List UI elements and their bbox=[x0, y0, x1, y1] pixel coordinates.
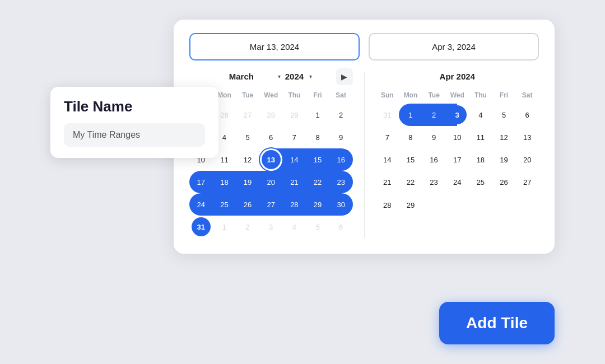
table-row[interactable]: 27 bbox=[515, 171, 539, 193]
table-row[interactable]: 14 bbox=[283, 148, 306, 171]
table-row[interactable]: 28 bbox=[283, 193, 306, 216]
table-row[interactable]: 12 bbox=[492, 126, 516, 148]
april-weekday-sun: Sun bbox=[376, 89, 399, 104]
table-row[interactable]: 20 bbox=[515, 148, 539, 171]
table-row[interactable]: 16 bbox=[422, 148, 446, 171]
year-select-wrapper[interactable]: 2022202320242025 ▾ bbox=[285, 72, 313, 81]
table-row[interactable]: 25 bbox=[469, 171, 492, 193]
tile-name-title: Tile Name bbox=[64, 98, 205, 115]
april-weekday-sat: Sat bbox=[515, 89, 539, 104]
table-row[interactable]: 21 bbox=[283, 171, 306, 193]
march-weekday-tue: Tue bbox=[236, 89, 259, 104]
april-weekday-fri: Fri bbox=[492, 89, 516, 104]
table-row[interactable]: 26 bbox=[236, 193, 259, 216]
table-row[interactable]: 24 bbox=[189, 193, 213, 216]
table-row[interactable]: 13 bbox=[515, 126, 539, 148]
year-select[interactable]: 2022202320242025 bbox=[285, 72, 313, 81]
table-row[interactable]: 17 bbox=[189, 171, 213, 193]
table-row[interactable]: 11 bbox=[469, 126, 492, 148]
table-row[interactable]: 27 bbox=[259, 193, 283, 216]
table-row[interactable]: 1 bbox=[306, 104, 329, 126]
end-date-input[interactable] bbox=[369, 33, 539, 60]
table-row[interactable]: 9 bbox=[422, 126, 446, 148]
april-weekday-thu: Thu bbox=[469, 89, 492, 104]
table-row[interactable]: 8 bbox=[399, 126, 422, 148]
table-row[interactable]: 7 bbox=[283, 126, 306, 148]
table-row[interactable]: 18 bbox=[469, 148, 492, 171]
table-row[interactable] bbox=[422, 193, 446, 217]
table-row[interactable]: 12 bbox=[236, 148, 259, 171]
table-row[interactable]: 25 bbox=[213, 193, 236, 216]
table-row[interactable]: 1 bbox=[213, 216, 236, 238]
table-row[interactable]: 14 bbox=[376, 148, 399, 171]
table-row[interactable]: 22 bbox=[306, 171, 329, 193]
table-row[interactable]: 2 bbox=[422, 104, 446, 126]
table-row[interactable]: 21 bbox=[376, 171, 399, 193]
add-tile-button[interactable]: Add Tile bbox=[439, 302, 555, 344]
table-row[interactable]: 10 bbox=[445, 126, 469, 148]
table-row[interactable]: 6 bbox=[329, 216, 353, 238]
table-row[interactable] bbox=[445, 193, 469, 217]
april-weekday-mon: Mon bbox=[399, 89, 422, 104]
next-month-button[interactable]: ▶ bbox=[336, 68, 353, 85]
table-row[interactable]: 4 bbox=[469, 104, 492, 126]
table-row[interactable]: 17 bbox=[445, 148, 469, 171]
table-row[interactable]: 29 bbox=[283, 104, 306, 126]
calendars-row: JanuaryFebruaryMarchApril MayJuneJulyAug… bbox=[189, 72, 539, 238]
table-row[interactable]: 1 bbox=[399, 104, 422, 126]
tile-name-card: Tile Name bbox=[50, 87, 218, 158]
table-row[interactable]: 31 bbox=[376, 104, 399, 126]
date-inputs-row bbox=[189, 33, 539, 60]
march-weekday-sat: Sat bbox=[329, 89, 353, 104]
table-row[interactable]: 5 bbox=[492, 104, 516, 126]
table-row[interactable]: 20 bbox=[259, 171, 283, 193]
table-row[interactable]: 15 bbox=[306, 148, 329, 171]
table-row[interactable]: 29 bbox=[306, 193, 329, 216]
month-select[interactable]: JanuaryFebruaryMarchApril MayJuneJulyAug… bbox=[229, 72, 282, 81]
march-weekday-fri: Fri bbox=[306, 89, 329, 104]
table-row[interactable] bbox=[492, 193, 516, 217]
calendar-panel: JanuaryFebruaryMarchApril MayJuneJulyAug… bbox=[174, 20, 555, 254]
table-row[interactable]: 22 bbox=[399, 171, 422, 193]
table-row[interactable]: 16 bbox=[329, 148, 353, 171]
table-row[interactable]: 19 bbox=[492, 148, 516, 171]
table-row[interactable]: 2 bbox=[329, 104, 353, 126]
table-row[interactable]: 23 bbox=[329, 171, 353, 193]
table-row[interactable]: 9 bbox=[329, 126, 353, 148]
table-row[interactable] bbox=[469, 193, 492, 217]
table-row[interactable]: 26 bbox=[492, 171, 516, 193]
start-date-input[interactable] bbox=[189, 33, 360, 60]
march-weekday-thu: Thu bbox=[283, 89, 306, 104]
table-row[interactable]: 15 bbox=[399, 148, 422, 171]
table-row[interactable]: 3 bbox=[259, 216, 283, 238]
april-weekday-tue: Tue bbox=[422, 89, 446, 104]
table-row[interactable]: 28 bbox=[376, 193, 399, 217]
table-row[interactable]: 3 bbox=[445, 104, 469, 126]
april-grid: Sun Mon Tue Wed Thu Fri Sat 311234567891… bbox=[376, 89, 539, 217]
tile-name-input[interactable] bbox=[64, 123, 205, 147]
april-calendar-header: Apr 2024 bbox=[376, 72, 539, 81]
table-row[interactable]: 8 bbox=[306, 126, 329, 148]
table-row[interactable]: 13 bbox=[259, 148, 283, 171]
table-row[interactable]: 6 bbox=[259, 126, 283, 148]
table-row[interactable] bbox=[515, 193, 539, 217]
table-row[interactable]: 29 bbox=[399, 193, 422, 217]
table-row[interactable]: 6 bbox=[515, 104, 539, 126]
table-row[interactable]: 5 bbox=[236, 126, 259, 148]
april-weekday-wed: Wed bbox=[445, 89, 469, 104]
table-row[interactable]: 19 bbox=[236, 171, 259, 193]
april-calendar: Apr 2024 Sun Mon Tue Wed Thu Fri Sat bbox=[364, 72, 539, 238]
table-row[interactable]: 28 bbox=[259, 104, 283, 126]
table-row[interactable]: 24 bbox=[445, 171, 469, 193]
table-row[interactable]: 18 bbox=[213, 171, 236, 193]
table-row[interactable]: 31 bbox=[189, 216, 213, 238]
table-row[interactable]: 23 bbox=[422, 171, 446, 193]
month-select-wrapper[interactable]: JanuaryFebruaryMarchApril MayJuneJulyAug… bbox=[229, 72, 282, 81]
table-row[interactable]: 5 bbox=[306, 216, 329, 238]
table-row[interactable]: 4 bbox=[283, 216, 306, 238]
table-row[interactable]: 30 bbox=[329, 193, 353, 216]
table-row[interactable]: 7 bbox=[376, 126, 399, 148]
table-row[interactable]: 27 bbox=[236, 104, 259, 126]
march-calendar-header: JanuaryFebruaryMarchApril MayJuneJulyAug… bbox=[189, 72, 353, 81]
table-row[interactable]: 2 bbox=[236, 216, 259, 238]
